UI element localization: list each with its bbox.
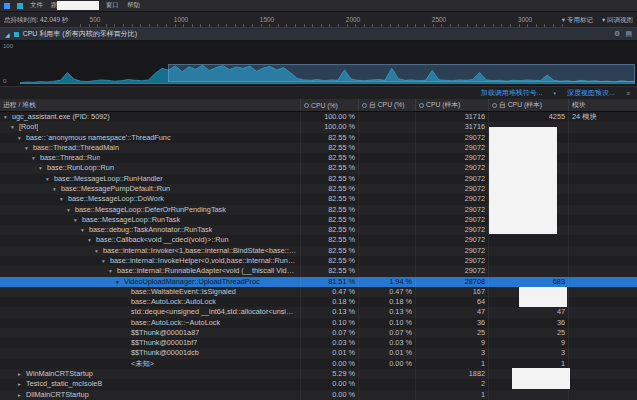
section-collapse-icon[interactable]: ◢	[5, 31, 10, 38]
ruler-controls: ▾ 专用标记▾ 回调视图	[562, 16, 633, 25]
menu-burger-icon[interactable]: ≡	[626, 90, 630, 97]
table-row-selected[interactable]: ▾VideoUploadManager::UploadThreadProc81.…	[0, 277, 637, 287]
column-header[interactable]: CPU (样本)	[415, 99, 488, 111]
expander-icon[interactable]: ▸	[18, 369, 26, 379]
cell-self_samples: 25	[488, 328, 568, 338]
cell-cpu: 82.55 %	[300, 153, 358, 163]
expander-icon[interactable]: ▾	[11, 122, 19, 132]
table-row[interactable]: base::AutoLock::~AutoLock0.10 %0.10 %363…	[0, 318, 637, 328]
cell-samples: 2	[415, 379, 488, 389]
load-symbols-link[interactable]: 加载调用堆栈符号...	[481, 88, 543, 98]
expander-icon[interactable]: ▾	[116, 277, 124, 287]
column-header[interactable]: 自 CPU (%)	[358, 99, 415, 111]
expander-icon[interactable]: ▾	[67, 205, 75, 215]
cell-samples: 29072	[415, 235, 488, 245]
cpu-usage-graph[interactable]: 100 0	[0, 41, 637, 87]
view-preset-link[interactable]: 深度视图预设...	[567, 88, 615, 98]
column-header-label: CPU (%)	[311, 102, 338, 109]
column-header-label: 自 CPU (样本)	[499, 100, 542, 110]
cell-module	[568, 225, 637, 235]
column-header-label: 模块	[572, 100, 586, 110]
cell-cpu: 0.18 %	[300, 297, 358, 307]
expander-icon[interactable]: ▾	[81, 225, 89, 235]
expander-icon[interactable]: ▾	[74, 215, 82, 225]
timeline-ruler[interactable]: 总持续时间: 42.049 秒 50010001500200025003000 …	[0, 12, 637, 28]
cell-self_samples: 4255	[488, 112, 568, 122]
redaction-overlay	[57, 1, 99, 10]
time-selection-overlay[interactable]	[168, 64, 635, 82]
cpu-usage-plot-area[interactable]	[20, 43, 635, 84]
expander-icon[interactable]: ▾	[46, 174, 54, 184]
expander-icon[interactable]: ▸	[18, 379, 26, 389]
table-row[interactable]: ▾base::Callback<void __cdecl(void)>::Run…	[0, 235, 637, 245]
expander-icon[interactable]: ▾	[25, 143, 33, 153]
expander-icon[interactable]: ▾	[4, 112, 12, 122]
cell-samples: 29072	[415, 266, 488, 276]
cell-cpu: 82.55 %	[300, 215, 358, 225]
table-row[interactable]: $$Thunk@00001bf70.03 %0.03 %99	[0, 338, 637, 348]
expander-icon[interactable]: ▾	[109, 266, 117, 276]
cell-samples: 29072	[415, 256, 488, 266]
timeline-tick-label: 1500	[260, 16, 274, 23]
expander-icon[interactable]: ▾	[95, 246, 103, 256]
table-view-icon[interactable]: ▤	[625, 30, 632, 38]
table-row[interactable]: $$Thunk@00001a870.07 %0.07 %2525	[0, 328, 637, 338]
menu-item[interactable]: 帮助	[127, 1, 140, 10]
cell-module	[568, 379, 637, 389]
stack-frame-label: [Root]	[19, 122, 38, 132]
ruler-dropdown[interactable]: ▾ 回调视图	[602, 16, 633, 25]
cell-module	[568, 133, 637, 143]
table-row[interactable]: ▾base::internal::RunnableAdapter<void (_…	[0, 266, 637, 276]
expander-icon[interactable]: ▾	[18, 133, 26, 143]
expander-icon[interactable]: ▾	[102, 256, 110, 266]
cell-self_samples	[488, 256, 568, 266]
column-header[interactable]: CPU (%)	[300, 99, 358, 111]
cell-samples: 47	[415, 307, 488, 317]
cell-samples: 1	[415, 390, 488, 400]
table-row[interactable]: std::deque<unsigned __int64,std::allocat…	[0, 307, 637, 317]
stack-frame-label: base::Callback<void __cdecl(void)>::Run	[96, 235, 229, 245]
cell-self_samples	[488, 235, 568, 245]
expander-icon[interactable]: ▾	[88, 235, 96, 245]
table-row[interactable]: ▸DllMainCRTStartup0.00 %1	[0, 390, 637, 400]
cell-cpu: 0.47 %	[300, 287, 358, 297]
cell-samples: 1	[415, 359, 488, 369]
table-row[interactable]: ▾base::internal::Invoker<1,base::interna…	[0, 246, 637, 256]
expander-icon[interactable]: ▾	[53, 184, 61, 194]
redaction-overlay	[489, 127, 557, 234]
expander-icon[interactable]: ▸	[18, 390, 26, 400]
gear-icon[interactable]: ⚙	[614, 30, 620, 38]
cell-samples: 29072	[415, 163, 488, 173]
stack-frame-label: VideoUploadManager::UploadThreadProc	[124, 277, 260, 287]
cell-cpu: 82.55 %	[300, 225, 358, 235]
menu-item[interactable]: 文件	[30, 1, 43, 10]
stack-frame-label: base::AutoLock::AutoLock	[131, 297, 216, 307]
cell-self_samples: 3	[488, 348, 568, 358]
cell-cpu: 82.55 %	[300, 143, 358, 153]
table-row[interactable]: ▾ugc_assistant.exe (PID: 5092)100.00 %31…	[0, 112, 637, 122]
ruler-dropdown[interactable]: ▾ 专用标记	[562, 16, 593, 25]
expander-icon[interactable]: ▾	[39, 163, 47, 173]
cell-self	[358, 143, 415, 153]
column-header[interactable]: 自 CPU (样本)	[488, 99, 568, 111]
cell-self: 0.00 %	[358, 359, 415, 369]
cell-cpu: 0.00 %	[300, 379, 358, 389]
table-row[interactable]: $$Thunk@00001dcb0.01 %0.01 %33	[0, 348, 637, 358]
column-header-label: 进程 / 堆栈	[3, 100, 36, 110]
cell-samples: 36	[415, 318, 488, 328]
cell-self_samples: 36	[488, 318, 568, 328]
column-header[interactable]: 模块	[568, 99, 637, 111]
cell-cpu: 0.00 %	[300, 359, 358, 369]
column-header[interactable]: 进程 / 堆栈	[0, 99, 300, 111]
menu-item[interactable]: 窗口	[106, 1, 119, 10]
cpu-section-header[interactable]: ◢ CPU 利用率 (所有内核的采样百分比) ⚙ ▤	[0, 28, 637, 41]
cell-module	[568, 153, 637, 163]
timeline-tick-label: 500	[90, 16, 101, 23]
column-header-label: CPU (样本)	[426, 100, 460, 110]
expander-icon[interactable]: ▾	[32, 153, 40, 163]
cell-samples: 1882	[415, 369, 488, 379]
table-row[interactable]: ▾base::internal::InvokeHelper<0,void,bas…	[0, 256, 637, 266]
expander-icon[interactable]: ▾	[60, 194, 68, 204]
total-duration-label: 总持续时间: 42.049 秒	[4, 16, 68, 25]
cell-samples: 167	[415, 287, 488, 297]
